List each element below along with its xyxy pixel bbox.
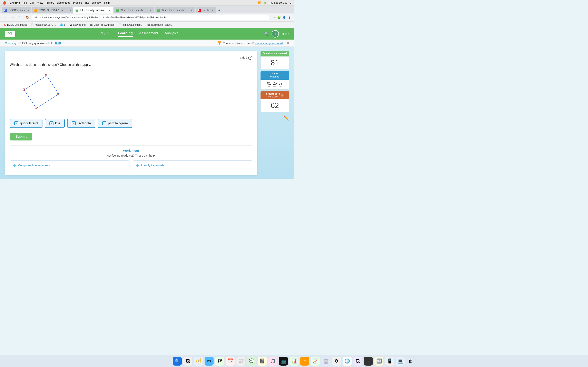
prize-text: You have prizes to reveal! (223, 42, 254, 45)
submit-button[interactable]: Submit (10, 133, 32, 141)
bookmark-icon-e816: 📄 (31, 24, 34, 26)
forward-button[interactable]: → (10, 15, 16, 20)
menu-profiles[interactable]: Profiles (73, 1, 82, 4)
bookmark-6[interactable]: 🌐 6 (58, 23, 67, 27)
bookmark-e816[interactable]: 📄 https://e8162672-... (29, 23, 58, 27)
reload-button[interactable]: ↻ (17, 15, 23, 20)
menu-edit[interactable]: Edit (30, 1, 34, 4)
tab-favicon-doco: D (4, 9, 7, 12)
nav-assessment[interactable]: Assessment (139, 31, 158, 37)
address-text: ixl.com/math/geometry/classify-quadrilat… (35, 16, 166, 19)
bookmark-study-island[interactable]: 🏝 study island (68, 23, 87, 27)
address-icons: ☆ 🧩 👤 ⋮ (272, 16, 292, 20)
ixl-app: IXL My IXL Learning Assessment Analytics… (0, 28, 294, 179)
prize-link[interactable]: Go to your game board. (255, 42, 283, 45)
battery-icon: 🔋 (264, 1, 267, 4)
level-badge: 86L (55, 42, 61, 44)
back-button[interactable]: ← (2, 15, 8, 20)
video-link[interactable]: Video ▶ (10, 56, 252, 60)
user-name[interactable]: Taliyah (280, 32, 289, 35)
pencil-icon[interactable]: ✏️ (260, 115, 289, 121)
apple-menu[interactable]: 🍎 (2, 1, 7, 5)
help-link-congruent[interactable]: ◆ Congruent line segments (10, 160, 130, 170)
bookmark-hurawatch[interactable]: 🎬 Hurawatch - Watc... (146, 23, 174, 27)
menu-items: Chrome File Edit View History Bookmarks … (10, 1, 110, 4)
tab-which2[interactable]: IXL Which terms describe t... ✕ (155, 7, 195, 13)
choice-kite[interactable]: ✓ kite (45, 119, 65, 128)
menu-file[interactable]: File (23, 1, 27, 4)
tab-which1[interactable]: IXL Which terms describe t... ✕ (113, 7, 154, 13)
new-tab-button[interactable]: + (217, 8, 222, 13)
menu-view[interactable]: View (37, 1, 43, 4)
address-input[interactable]: ixl.com/math/geometry/classify-quadrilat… (32, 15, 270, 20)
menubar: 🍎 Chrome File Edit View History Bookmark… (0, 0, 294, 6)
tab-label-cw13: CW13: G.GSR.4.2,Lines... (39, 9, 68, 12)
bookmark-label-6: 6 (64, 24, 65, 26)
video-play-icon: ▶ (248, 56, 252, 60)
menu-bookmarks[interactable]: Bookmarks (57, 1, 70, 4)
bookmark-label-e816: https://e8162672-... (35, 24, 56, 26)
user-avatar[interactable]: T (272, 30, 279, 38)
time-display: 01 HR 25 MIN 57 SEC (260, 80, 289, 90)
more-options-icon[interactable]: ⋮ (287, 16, 292, 20)
bookmark-meet[interactable]: 📹 Meet - jif-bwhb-hbe (88, 23, 116, 27)
bookmark-icon-meet: 📹 (90, 24, 93, 26)
prize-close-button[interactable]: ✕ (287, 42, 289, 45)
menubar-right: 📶 🔋 Thu Sep 19 1:53 PM (258, 1, 292, 4)
tab-ixl[interactable]: IXL IXL - Classify quadrilat... ✕ (73, 7, 113, 13)
user-section[interactable]: T Taliyah (272, 30, 289, 38)
choice-label-quadrilateral: quadrilateral (20, 122, 38, 125)
tab-netflix[interactable]: N Netflix ✕ (196, 7, 216, 13)
tab-close-netflix[interactable]: ✕ (212, 9, 214, 12)
bookmark-label-study-island: study island (73, 24, 86, 26)
help-link-trapezoids[interactable]: ◆ Identify trapezoids (133, 160, 252, 170)
nav-my-ixl[interactable]: My IXL (101, 31, 112, 37)
menu-chrome[interactable]: Chrome (10, 1, 20, 4)
tab-close-doco[interactable]: ✕ (27, 9, 29, 12)
tab-doco[interactable]: D DOCOSchools ✕ (2, 7, 31, 13)
bookmark-star-icon[interactable]: ☆ (272, 16, 276, 20)
choice-rectangle[interactable]: ✓ rectangle (67, 119, 95, 128)
tab-cw13[interactable]: C CW13: G.GSR.4.2,Lines... ✕ (32, 7, 73, 13)
breadcrumb-parent[interactable]: Geometry (5, 42, 17, 45)
nav-analytics[interactable]: Analytics (164, 31, 178, 37)
nav-learning[interactable]: Learning (118, 31, 133, 37)
search-icon[interactable]: 🔍 (264, 32, 268, 36)
profile-icon[interactable]: 👤 (282, 16, 286, 20)
tab-close-which2[interactable]: ✕ (191, 9, 193, 12)
menu-tab[interactable]: Tab (85, 1, 89, 4)
smart-score-header: SmartScore out of 100 ? (260, 91, 289, 99)
time-min: 25 MIN (273, 81, 277, 88)
smart-score-help-icon[interactable]: ? (281, 94, 284, 97)
tab-close-ixl[interactable]: ✕ (109, 9, 111, 12)
tab-label-which2: Which terms describe t... (162, 9, 189, 12)
tab-close-which1[interactable]: ✕ (150, 9, 152, 12)
tab-favicon-ixl: IXL (76, 9, 78, 12)
menu-window[interactable]: Window (92, 1, 101, 4)
choice-label-rectangle: rectangle (77, 122, 91, 125)
home-button[interactable]: 🏠 (25, 15, 30, 20)
extensions-icon[interactable]: 🧩 (277, 16, 281, 20)
choice-parallelogram[interactable]: ✓ parallelogram (98, 119, 132, 128)
bookmark-label-studentapi: https://studentapi... (122, 24, 143, 26)
bookmark-dcss[interactable]: 🔖 DCSS Bookmarks (2, 23, 29, 27)
smart-score-box: SmartScore out of 100 ? 62 (260, 91, 289, 112)
help-link-congruent-label: Congruent line segments (18, 164, 50, 167)
help-divider (10, 145, 252, 146)
check-rectangle: ✓ (72, 121, 76, 125)
diamond-icon-2: ◆ (136, 163, 139, 167)
choice-quadrilateral[interactable]: ✓ quadrilateral (10, 119, 43, 128)
menu-help[interactable]: Help (104, 1, 110, 4)
bookmark-studentapi[interactable]: 📄 https://studentapi... (117, 23, 145, 27)
time-elapsed-header: Time elapsed (260, 71, 289, 80)
video-label: Video (240, 56, 247, 59)
questions-answered-header: Questions answered (260, 51, 289, 57)
prize-icon: 🏆 (217, 41, 222, 45)
tab-close-cw13[interactable]: ✕ (70, 9, 72, 12)
tab-label-ixl: IXL - Classify quadrilat... (80, 9, 107, 12)
menu-history[interactable]: History (46, 1, 54, 4)
prize-banner: 🏆 You have prizes to reveal! Go to your … (217, 41, 289, 45)
ixl-logo[interactable]: IXL (5, 31, 15, 37)
shape-svg (18, 72, 63, 112)
check-parallelogram: ✓ (102, 121, 106, 125)
